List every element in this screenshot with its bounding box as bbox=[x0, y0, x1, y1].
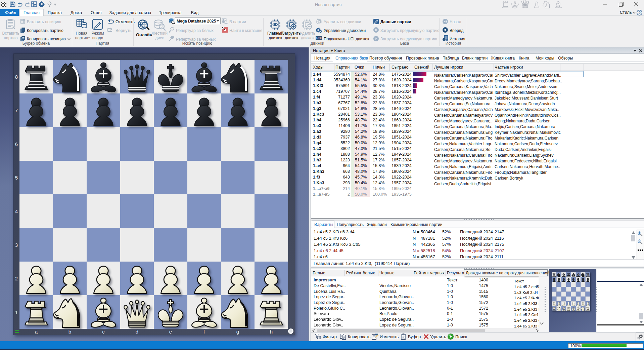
svg-text:?: ? bbox=[638, 11, 641, 15]
